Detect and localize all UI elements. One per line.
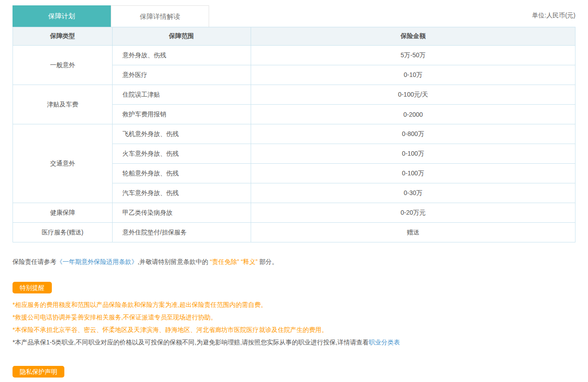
insurance-amount-cell: 0-20万元 (251, 203, 575, 223)
insurance-amount-cell: 0-800万 (251, 124, 575, 144)
table-row: 健康保障甲乙类传染病身故0-20万元 (13, 203, 575, 223)
special-reminder-badge: 特别提醒 (13, 282, 52, 293)
clause-link[interactable]: 《一年期意外保险适用条款》 (56, 258, 138, 265)
privacy-statement-badge: 隐私保护声明 (13, 366, 64, 378)
coverage-scope-cell: 飞机意外身故、伤残 (113, 124, 251, 144)
table-row: 一般意外意外身故、伤残5万-50万 (13, 46, 575, 65)
unit-label: 单位:人民币(元) (532, 12, 575, 20)
reminder-line: *救援公司电话协调并妥善安排相关服务,不保证派遣专员至现场进行协助。 (13, 313, 575, 321)
coverage-type-cell: 一般意外 (13, 46, 113, 85)
coverage-type-cell: 医疗服务(赠送) (13, 223, 113, 242)
clause-notice-suffix: 部分。 (257, 258, 278, 265)
coverage-scope-cell: 轮船意外身故、伤残 (113, 164, 251, 183)
exclusion-highlight: “责任免除” (210, 258, 239, 265)
insurance-amount-cell: 0-2000 (251, 105, 575, 124)
insurance-amount-cell: 0-100元/天 (251, 85, 575, 105)
coverage-scope-cell: 意外身故、伤残 (113, 46, 251, 65)
reminder-line-occupation: *本产品承保1-5类职业,不同职业对应的价格以及可投保的保额不同,为避免影响理赔… (13, 338, 575, 346)
clause-notice-middle: ,并敬请特别留意条款中的 (138, 258, 210, 265)
header-coverage-scope: 保障范围 (113, 27, 251, 46)
table-row: 交通意外飞机意外身故、伤残0-800万 (13, 124, 575, 144)
tab-coverage-plan[interactable]: 保障计划 (13, 5, 111, 27)
coverage-type-cell: 交通意外 (13, 124, 113, 203)
coverage-scope-cell: 意外住院垫付/担保服务 (113, 223, 251, 242)
clause-notice: 保险责任请参考《一年期意外保险适用条款》,并敬请特别留意条款中的 “责任免除” … (13, 257, 575, 267)
table-row: 津贴及车费住院误工津贴0-100元/天 (13, 85, 575, 105)
tab-coverage-details[interactable]: 保障详情解读 (111, 5, 209, 27)
coverage-scope-cell: 甲乙类传染病身故 (113, 203, 251, 223)
insurance-amount-cell: 0-10万 (251, 65, 575, 85)
coverage-scope-cell: 救护车费用报销 (113, 105, 251, 124)
coverage-scope-cell: 意外医疗 (113, 65, 251, 85)
coverage-table: 保障类型 保障范围 保险金额 一般意外意外身故、伤残5万-50万意外医疗0-10… (13, 27, 575, 242)
insurance-plan-page: 保障计划 保障详情解读 单位:人民币(元) 保障类型 保障范围 保险金额 一般意… (0, 0, 588, 382)
insurance-amount-cell: 0-100万 (251, 144, 575, 164)
table-row: 医疗服务(赠送)意外住院垫付/担保服务赠送 (13, 223, 575, 242)
occupation-classification-link[interactable]: 职业分类表 (369, 339, 400, 346)
insurance-amount-cell: 5万-50万 (251, 46, 575, 65)
reminder-line: *本保险不承担北京平谷、密云、怀柔地区及天津滨海、静海地区、河北省廊坊市医院医疗… (13, 326, 575, 334)
table-header-row: 保障类型 保障范围 保险金额 (13, 27, 575, 46)
coverage-table-body: 一般意外意外身故、伤残5万-50万意外医疗0-10万津贴及车费住院误工津贴0-1… (13, 46, 575, 242)
definition-highlight: “释义” (241, 258, 257, 265)
clause-notice-prefix: 保险责任请参考 (13, 258, 56, 265)
coverage-scope-cell: 汽车意外身故、伤残 (113, 183, 251, 203)
coverage-type-cell: 健康保障 (13, 203, 113, 223)
coverage-scope-cell: 住院误工津贴 (113, 85, 251, 105)
coverage-scope-cell: 火车意外身故、伤残 (113, 144, 251, 164)
header-coverage-type: 保障类型 (13, 27, 113, 46)
insurance-amount-cell: 0-30万 (251, 183, 575, 203)
tabs-row: 保障计划 保障详情解读 单位:人民币(元) (13, 5, 575, 27)
special-reminder-lines: *相应服务的费用额度和范围以产品保险条款和保险方案为准,超出保险责任范围内的需自… (13, 301, 575, 346)
reminder-line: *相应服务的费用额度和范围以产品保险条款和保险方案为准,超出保险责任范围内的需自… (13, 301, 575, 309)
insurance-amount-cell: 赠送 (251, 223, 575, 242)
coverage-type-cell: 津贴及车费 (13, 85, 113, 124)
insurance-amount-cell: 0-100万 (251, 164, 575, 183)
header-insurance-amount: 保险金额 (251, 27, 575, 46)
